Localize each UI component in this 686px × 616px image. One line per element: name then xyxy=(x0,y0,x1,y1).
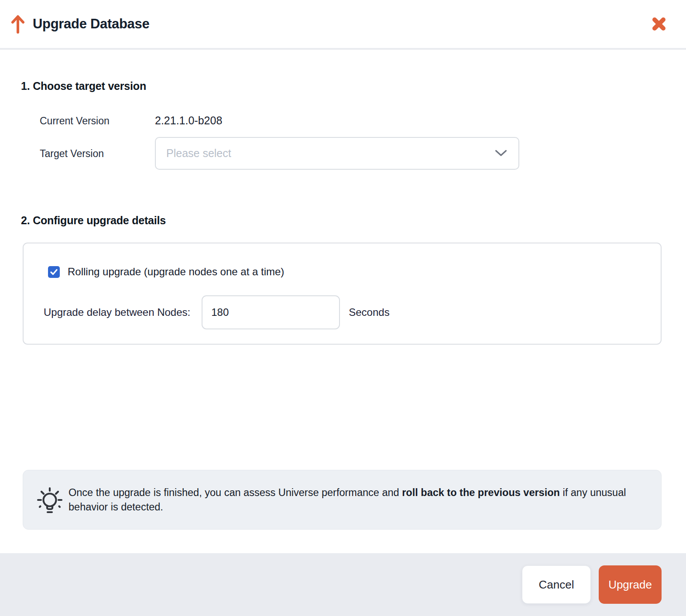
rolling-upgrade-label: Rolling upgrade (upgrade nodes one at a … xyxy=(68,266,284,278)
modal-header: Upgrade Database xyxy=(0,0,686,50)
modal-footer: Cancel Upgrade xyxy=(0,553,686,616)
cancel-button[interactable]: Cancel xyxy=(522,565,591,604)
info-message-bold: roll back to the previous version xyxy=(402,487,560,498)
upgrade-delay-unit: Seconds xyxy=(349,306,389,318)
check-icon xyxy=(49,267,58,277)
upgrade-database-modal: Upgrade Database 1. Choose target versio… xyxy=(0,0,686,616)
configure-upgrade-details-heading: 2. Configure upgrade details xyxy=(21,214,166,227)
rolling-upgrade-option[interactable]: Rolling upgrade (upgrade nodes one at a … xyxy=(48,266,284,278)
close-icon[interactable] xyxy=(649,14,669,34)
upgrade-details-panel: Rolling upgrade (upgrade nodes one at a … xyxy=(23,243,662,345)
chevron-down-icon xyxy=(495,150,507,157)
target-version-placeholder: Please select xyxy=(166,147,231,160)
choose-target-version-heading: 1. Choose target version xyxy=(21,80,146,92)
upgrade-delay-input[interactable] xyxy=(202,295,340,329)
current-version-label: Current Version xyxy=(40,115,110,127)
current-version-value: 2.21.1.0-b208 xyxy=(155,114,222,127)
upgrade-delay-label: Upgrade delay between Nodes: xyxy=(44,306,190,318)
target-version-select[interactable]: Please select xyxy=(155,137,519,170)
arrow-up-icon xyxy=(10,13,27,35)
target-version-label: Target Version xyxy=(40,148,104,160)
info-message: Once the upgrade is finished, you can as… xyxy=(69,486,635,514)
info-message-start: Once the upgrade is finished, you can as… xyxy=(69,487,402,498)
lightbulb-icon xyxy=(35,484,64,516)
rolling-upgrade-checkbox[interactable] xyxy=(48,266,60,278)
info-banner: Once the upgrade is finished, you can as… xyxy=(23,470,662,530)
upgrade-button[interactable]: Upgrade xyxy=(599,565,662,604)
page-title: Upgrade Database xyxy=(33,16,149,32)
upgrade-delay-row: Upgrade delay between Nodes: Seconds xyxy=(44,295,390,329)
